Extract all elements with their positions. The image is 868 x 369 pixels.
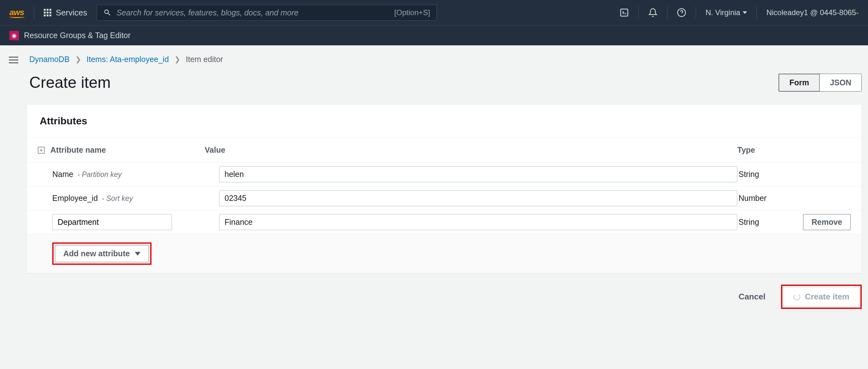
table-row: String Remove (27, 210, 861, 234)
chevron-right-icon: ❯ (175, 55, 180, 64)
attr-hint: - Sort key (102, 194, 133, 203)
spinner-icon (793, 294, 800, 300)
divider (639, 6, 639, 19)
search-icon (103, 8, 112, 17)
cancel-button[interactable]: Cancel (732, 287, 772, 306)
aws-logo-text: aws (9, 7, 24, 17)
attr-type: String (737, 170, 791, 179)
region-selector[interactable]: N. Virginia (706, 8, 747, 17)
breadcrumb-root[interactable]: DynamoDB (29, 55, 70, 64)
page-header: Create item Form JSON (27, 73, 868, 92)
sidebar-collapsed (0, 45, 27, 318)
breadcrumb: DynamoDB ❯ Items: Ata-employee_id ❯ Item… (27, 55, 868, 64)
attr-value-input[interactable] (219, 166, 737, 182)
attr-name: Employee_id - Sort key (52, 194, 219, 203)
region-label: N. Virginia (706, 8, 740, 17)
col-value: Value (205, 146, 737, 155)
table-row: Name - Partition key String (27, 162, 861, 186)
col-type: Type (737, 146, 851, 155)
attr-name-text: Employee_id (52, 194, 98, 203)
footer-actions: Cancel Create item (27, 273, 868, 309)
cloudshell-icon[interactable] (620, 8, 629, 17)
attr-value-input[interactable] (219, 214, 737, 230)
services-button[interactable]: Services (44, 8, 87, 18)
top-navigation: aws Services [Option+S] N. Virginia Nico… (0, 0, 868, 25)
hamburger-icon[interactable] (9, 55, 18, 318)
caret-down-icon (743, 11, 747, 14)
divider (667, 6, 668, 19)
expand-all-icon[interactable]: + (38, 147, 45, 154)
divider (756, 6, 757, 19)
view-form-button[interactable]: Form (779, 74, 820, 92)
attr-type: String (737, 218, 791, 227)
view-toggle: Form JSON (779, 74, 862, 92)
content-area: DynamoDB ❯ Items: Ata-employee_id ❯ Item… (27, 45, 868, 318)
attributes-panel: Attributes + Attribute name Value Type N… (27, 104, 862, 273)
aws-logo[interactable]: aws (9, 7, 25, 18)
caret-down-icon (135, 252, 141, 256)
search-input[interactable] (117, 8, 394, 17)
attr-type: Number (737, 194, 791, 203)
service-name[interactable]: Resource Groups & Tag Editor (24, 31, 131, 40)
table-header: + Attribute name Value Type (27, 138, 861, 162)
sub-navigation: ◉ Resource Groups & Tag Editor (0, 25, 868, 45)
view-json-button[interactable]: JSON (819, 74, 861, 91)
search-container[interactable]: [Option+S] (97, 5, 437, 21)
create-item-label: Create item (805, 292, 849, 302)
main-layout: DynamoDB ❯ Items: Ata-employee_id ❯ Item… (0, 45, 868, 318)
service-icon: ◉ (9, 31, 19, 40)
attributes-table: + Attribute name Value Type Name - Parti… (27, 138, 861, 273)
search-shortcut: [Option+S] (394, 8, 430, 17)
breadcrumb-current: Item editor (186, 55, 223, 64)
add-attribute-button[interactable]: Add new attribute (55, 245, 149, 262)
attr-value-input[interactable] (219, 190, 737, 206)
account-menu[interactable]: Nicoleadey1 @ 0445-8065- (766, 8, 859, 17)
grid-icon (44, 9, 51, 17)
highlight-box: Add new attribute (52, 242, 152, 265)
create-item-button[interactable]: Create item (784, 287, 859, 306)
chevron-right-icon: ❯ (75, 55, 81, 64)
panel-title: Attributes (27, 104, 861, 138)
help-icon[interactable] (677, 8, 686, 17)
attr-name-input[interactable] (52, 214, 172, 230)
add-attribute-row: Add new attribute (27, 234, 861, 273)
page-title: Create item (29, 73, 111, 92)
add-attribute-label: Add new attribute (63, 249, 130, 258)
attr-hint: - Partition key (78, 170, 122, 179)
attr-name: Name - Partition key (52, 170, 219, 179)
attr-name-text: Name (52, 170, 73, 179)
highlight-box: Create item (781, 285, 862, 309)
services-label: Services (56, 8, 87, 18)
breadcrumb-items[interactable]: Items: Ata-employee_id (87, 55, 169, 64)
divider (696, 6, 696, 19)
bell-icon[interactable] (648, 8, 658, 17)
col-attribute-name: Attribute name (51, 146, 106, 155)
remove-button[interactable]: Remove (803, 214, 851, 230)
divider (34, 6, 34, 19)
account-label: Nicoleadey1 @ 0445-8065- (766, 8, 859, 17)
table-row: Employee_id - Sort key Number (27, 186, 861, 210)
